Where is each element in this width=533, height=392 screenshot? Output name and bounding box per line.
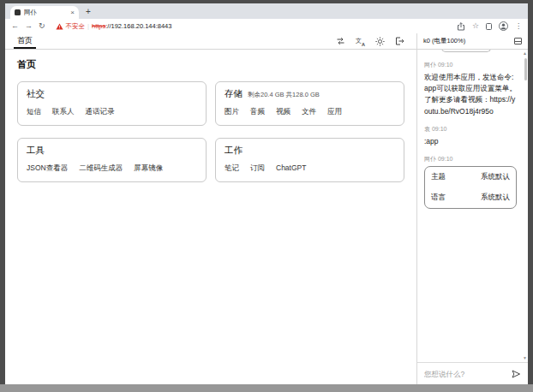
settings-row-theme[interactable]: 主题 系统默认 [425, 167, 516, 187]
content-area: 首页 社交 短信 联系人 通话记录 存储 剩余2 [5, 50, 528, 384]
browser-toolbar: ← → ↻ 不安全 | https://192.168.20.144:8443 … [5, 19, 528, 33]
chat-message-list: 网仆 09:10 欢迎使用本应用，发送命令:app可以获取应用设置菜单。了解更多… [417, 50, 528, 362]
scrollbar-thumb[interactable] [524, 58, 527, 80]
card-storage: 存储 剩余20.4 GB 共128.0 GB 图片 音频 视频 文件 应用 [215, 81, 404, 126]
message-text: :app [424, 136, 517, 147]
sidebar-header: k0 (电量100%) [416, 33, 528, 49]
url-host: ://192.168.20.144:8443 [105, 22, 171, 30]
browser-menu-icon[interactable]: ⋮ [515, 23, 522, 30]
card-title: 社交 [27, 88, 45, 100]
scroll-down-icon[interactable]: ▼ [523, 356, 527, 360]
app-header: 首页 文 A [5, 33, 528, 50]
setting-label: 主题 [431, 172, 446, 182]
message-time: 09:10 [438, 62, 453, 68]
scroll-up-icon[interactable]: ▲ [523, 51, 527, 56]
app-header-spacer [36, 33, 336, 49]
send-icon[interactable] [511, 369, 521, 379]
chat-message: 袁 09:10 :app [424, 125, 517, 147]
message-time: 09:10 [438, 156, 453, 162]
link-subscriptions[interactable]: 订阅 [250, 163, 265, 174]
browser-tab-active[interactable]: 网仆 × [10, 6, 79, 19]
reload-button[interactable]: ↻ [39, 22, 45, 30]
url-separator: | [87, 22, 89, 30]
logout-icon[interactable] [395, 37, 404, 45]
card-title: 工具 [27, 145, 45, 157]
settings-row-language[interactable]: 语言 系统默认 [425, 187, 516, 208]
browser-window: 网仆 × + ← → ↻ 不安全 | https://192.168.20.14… [5, 3, 528, 384]
share-icon[interactable] [457, 22, 465, 31]
link-images[interactable]: 图片 [225, 107, 239, 117]
new-tab-button[interactable]: + [86, 8, 91, 16]
theme-brightness-icon[interactable] [375, 37, 385, 46]
browser-tab-strip: 网仆 × + [5, 3, 528, 19]
link-video[interactable]: 视频 [276, 107, 290, 117]
tab-home[interactable]: 首页 [14, 33, 36, 49]
partial-scrolled-card [441, 50, 491, 52]
message-time: 09:10 [432, 126, 447, 132]
message-sender: 袁 [424, 126, 430, 132]
link-qrcode-generator[interactable]: 二维码生成器 [79, 163, 123, 174]
setting-value: 系统默认 [481, 172, 510, 182]
link-sms[interactable]: 短信 [27, 107, 41, 117]
link-call-log[interactable]: 通话记录 [86, 107, 115, 117]
chat-sidebar: 网仆 09:10 欢迎使用本应用，发送命令:app可以获取应用设置菜单。了解更多… [416, 50, 528, 384]
tab-title: 网仆 [24, 9, 67, 17]
chat-message-input[interactable] [424, 370, 507, 378]
storage-usage-label: 剩余20.4 GB 共128.0 GB [248, 91, 320, 99]
setting-value: 系统默认 [481, 193, 510, 203]
link-json-viewer[interactable]: JSON查看器 [27, 163, 68, 174]
toolbar-actions: ☆ ⋮ [457, 21, 522, 31]
link-screen-mirror[interactable]: 屏幕镜像 [134, 163, 163, 174]
message-sender: 网仆 [424, 156, 436, 162]
card-work: 工作 笔记 订阅 ChatGPT [215, 138, 404, 182]
warning-triangle-icon [56, 23, 63, 30]
link-notes[interactable]: 笔记 [225, 163, 239, 174]
link-chatgpt[interactable]: ChatGPT [276, 163, 306, 174]
settings-menu-card: 主题 系统默认 语言 系统默认 [424, 166, 517, 209]
chat-message: 网仆 09:10 主题 系统默认 语言 系统默认 [424, 155, 517, 209]
profile-avatar-icon[interactable] [499, 21, 508, 31]
card-grid: 社交 短信 联系人 通话记录 存储 剩余20.4 GB 共128.0 GB [17, 81, 404, 182]
security-status-label[interactable]: 不安全 [66, 22, 86, 31]
main-panel: 首页 社交 短信 联系人 通话记录 存储 剩余2 [5, 50, 416, 384]
setting-label: 语言 [431, 193, 446, 203]
app-header-actions: 文 A [336, 33, 404, 49]
desktop-background-strip [0, 384, 533, 392]
link-files[interactable]: 文件 [302, 107, 316, 117]
chat-scrollbar[interactable]: ▲ ▼ [522, 50, 528, 362]
chat-input-bar [417, 362, 528, 384]
link-apps[interactable]: 应用 [327, 107, 342, 117]
back-button[interactable]: ← [11, 22, 19, 30]
chat-message: 网仆 09:10 欢迎使用本应用，发送命令:app可以获取应用设置菜单。了解更多… [424, 61, 517, 117]
message-sender: 网仆 [424, 62, 436, 68]
device-status-label: k0 (电量100%) [423, 37, 465, 45]
link-audio[interactable]: 音频 [250, 107, 265, 117]
toggle-sidebar-icon[interactable] [514, 38, 522, 45]
card-title: 存储 [225, 88, 243, 100]
swap-arrows-icon[interactable] [336, 37, 345, 45]
url-text[interactable]: https://192.168.20.144:8443 [92, 22, 171, 30]
translate-icon[interactable]: 文 A [356, 37, 365, 46]
card-social: 社交 短信 联系人 通话记录 [17, 81, 207, 126]
page-title: 首页 [17, 58, 404, 71]
link-contacts[interactable]: 联系人 [52, 107, 75, 117]
address-bar[interactable]: 不安全 | https://192.168.20.144:8443 [51, 22, 451, 31]
tab-close-icon[interactable]: × [70, 9, 75, 16]
bookmark-star-icon[interactable]: ☆ [472, 22, 479, 30]
card-tools: 工具 JSON查看器 二维码生成器 屏幕镜像 [17, 138, 207, 182]
tab-favicon-icon [15, 9, 21, 15]
card-title: 工作 [225, 145, 243, 157]
forward-button[interactable]: → [25, 22, 33, 30]
url-scheme: https [92, 22, 105, 30]
side-panel-icon[interactable] [486, 23, 492, 30]
